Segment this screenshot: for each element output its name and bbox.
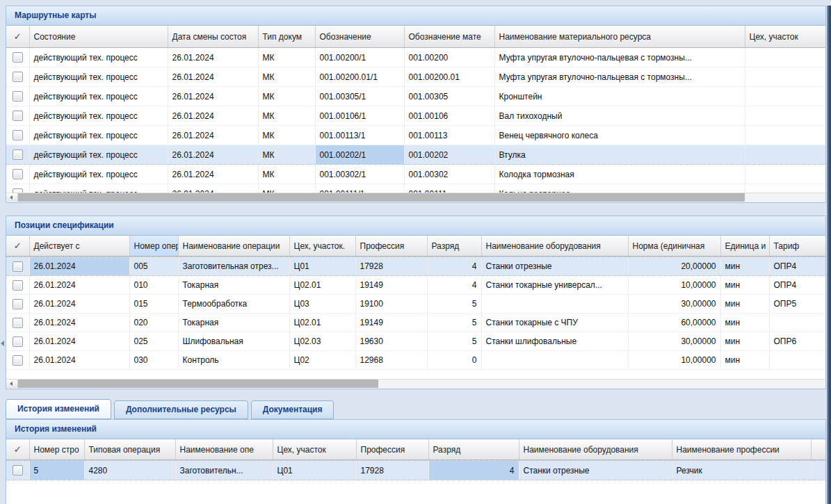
row-checkbox[interactable]	[13, 318, 23, 328]
cell-state[interactable]: действующий тех. процесс	[29, 145, 168, 165]
column-header[interactable]: Тип докум	[258, 26, 315, 48]
cell-material_code[interactable]: 001.00202	[404, 145, 494, 165]
cell-valid_from[interactable]: 26.01.2024	[29, 295, 129, 314]
cell-equipment[interactable]: Станки отрезные	[481, 257, 628, 276]
cell-state[interactable]: действующий тех. процесс	[29, 87, 168, 106]
row-checkbox[interactable]	[13, 299, 23, 309]
cell-material_name[interactable]: Втулка	[494, 145, 745, 165]
cell-doc_type[interactable]: МК	[258, 106, 315, 126]
cell-unit[interactable]: мин	[720, 332, 769, 351]
cell-doc_type[interactable]: МК	[258, 126, 315, 145]
cell-profession[interactable]: 19149	[355, 276, 427, 295]
cell-designation[interactable]: 001.00200/1	[315, 48, 404, 67]
cell-date[interactable]: 26.01.2024	[168, 145, 258, 165]
cell-designation[interactable]: 001.00305/1	[315, 87, 404, 106]
cell-state[interactable]: действующий тех. процесс	[29, 106, 168, 126]
cell-norm[interactable]: 60,00000	[628, 314, 720, 332]
table-row[interactable]: действующий тех. процесс26.01.2024МК001.…	[6, 126, 825, 145]
table-row[interactable]: действующий тех. процесс26.01.2024МК001.…	[6, 48, 825, 67]
select-all-check-icon[interactable]: ✓	[6, 236, 29, 257]
row-checkbox[interactable]	[13, 130, 23, 140]
cell-unit[interactable]: мин	[720, 257, 769, 276]
column-header[interactable]: Наименование оборудования	[519, 439, 672, 460]
row-checkbox[interactable]	[13, 465, 23, 475]
cell-tariff[interactable]: ОПР5	[769, 295, 825, 314]
column-header[interactable]: Состояние	[29, 26, 168, 48]
cell-state[interactable]: действующий тех. процесс	[29, 126, 168, 145]
cell-grade[interactable]: 5	[427, 314, 481, 332]
cell-norm[interactable]: 10,00000	[628, 351, 720, 370]
scroll-left-arrow-icon[interactable]	[6, 380, 18, 388]
cell-doc_type[interactable]: МК	[258, 67, 315, 87]
cell-norm[interactable]: 30,00000	[628, 332, 720, 351]
table-row[interactable]: 26.01.2024005Заготовительная отрез...Ц01…	[6, 257, 825, 276]
row-checkbox[interactable]	[13, 261, 23, 272]
cell-workshop[interactable]	[745, 87, 825, 106]
cell-material_name[interactable]: Колодка тормозная	[494, 165, 745, 184]
cell-date[interactable]: 26.01.2024	[168, 87, 258, 106]
cell-op_no[interactable]: 005	[129, 257, 178, 276]
table-row[interactable]: действующий тех. процесс26.01.2024МК001.…	[6, 106, 825, 126]
cell-workshop[interactable]: Ц02.01	[289, 314, 355, 332]
row-checkbox[interactable]	[13, 355, 23, 366]
tab-history[interactable]: История изменений	[6, 399, 111, 419]
column-header[interactable]: Обозначение мате	[404, 26, 494, 48]
row-checkbox[interactable]	[13, 111, 23, 121]
cell-op_name[interactable]: Контроль	[178, 351, 289, 370]
table-row[interactable]: действующий тех. процесс26.01.2024МК001.…	[6, 87, 825, 106]
cell-workshop[interactable]: Ц01	[273, 461, 356, 480]
cell-grade[interactable]: 4	[427, 257, 481, 276]
cell-material_code[interactable]: 001.00305	[404, 87, 494, 106]
cell-equipment[interactable]: Станки шлифовальные	[481, 332, 628, 351]
scroll-thumb[interactable]	[18, 380, 378, 388]
cell-op_name[interactable]: Термообработка	[178, 295, 289, 314]
cell-date[interactable]: 26.01.2024	[168, 48, 258, 67]
cell-valid_from[interactable]: 26.01.2024	[29, 314, 129, 332]
cell-profession_name[interactable]: Резчик	[672, 461, 811, 480]
cell-equipment[interactable]: Станки токарные с ЧПУ	[481, 314, 628, 332]
column-header[interactable]: Типовая операция	[84, 439, 175, 460]
cell-doc_type[interactable]: МК	[258, 165, 315, 184]
cell-valid_from[interactable]: 26.01.2024	[29, 332, 129, 351]
cell-profession[interactable]: 17928	[356, 461, 428, 480]
cell-grade[interactable]: 0	[427, 351, 481, 370]
column-header[interactable]: Номер опера	[129, 236, 178, 257]
table-row[interactable]: 26.01.2024025ШлифовальнаяЦ02.03196305Ста…	[6, 332, 825, 351]
cell-grade[interactable]: 4	[428, 461, 519, 480]
cell-op_name[interactable]: Заготовительн...	[175, 461, 273, 480]
cell-profession[interactable]: 19630	[355, 332, 427, 351]
select-all-check-icon[interactable]: ✓	[6, 439, 29, 460]
table-row[interactable]: 26.01.2024015ТермообработкаЦ0319100530,0…	[6, 295, 825, 314]
cell-profession[interactable]: 19100	[355, 295, 427, 314]
cell-op_name[interactable]: Шлифовальная	[178, 332, 289, 351]
cell-grade[interactable]: 5	[427, 332, 481, 351]
cell-unit[interactable]: мин	[720, 314, 769, 332]
cell-norm[interactable]: 20,00000	[628, 257, 720, 276]
cell-designation[interactable]: 001.00106/1	[315, 106, 404, 126]
column-header[interactable]: Единица и	[720, 236, 769, 257]
cell-op_no[interactable]: 030	[129, 351, 178, 370]
column-header[interactable]: Наименование материального ресурса	[494, 26, 745, 48]
column-header[interactable]: Обозначение	[315, 26, 404, 48]
collapse-left-arrow-icon[interactable]	[1, 341, 4, 346]
cell-op_no[interactable]: 020	[129, 314, 178, 332]
cell-workshop[interactable]	[745, 48, 825, 67]
cell-op_no[interactable]: 015	[129, 295, 178, 314]
tab-additional-resources[interactable]: Дополнительные ресурсы	[114, 400, 248, 419]
cell-workshop[interactable]	[745, 165, 825, 184]
cell-doc_type[interactable]: МК	[258, 87, 315, 106]
cell-equipment[interactable]	[481, 295, 628, 314]
row-checkbox[interactable]	[13, 149, 23, 160]
cell-date[interactable]: 26.01.2024	[168, 106, 258, 126]
cell-tariff[interactable]: ОПР4	[769, 276, 825, 295]
cell-workshop[interactable]: Ц01	[289, 257, 355, 276]
cell-op_name[interactable]: Токарная	[178, 276, 289, 295]
cell-tariff[interactable]	[769, 314, 825, 332]
cell-profession[interactable]: 19149	[355, 314, 427, 332]
cell-op_name[interactable]: Токарная	[178, 314, 289, 332]
cell-op_no[interactable]: 010	[129, 276, 178, 295]
column-header[interactable]: Цех, участок	[745, 26, 825, 48]
cell-equipment[interactable]: Станки токарные универсал...	[481, 276, 628, 295]
cell-workshop[interactable]: Ц02.01	[289, 276, 355, 295]
column-header[interactable]: Разряд	[428, 439, 519, 460]
